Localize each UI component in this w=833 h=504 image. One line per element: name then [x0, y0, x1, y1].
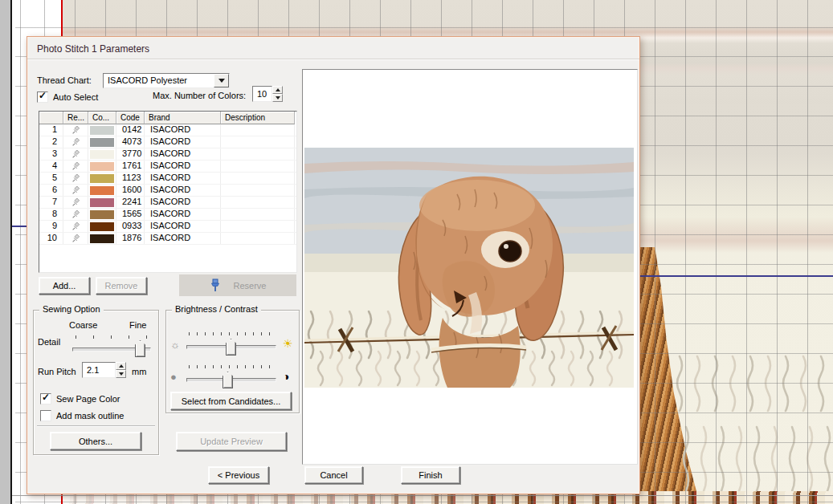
sew-page-color-checkbox[interactable]: Sew Page Color [40, 393, 120, 404]
color-swatch [90, 234, 114, 243]
update-preview-button[interactable]: Update Preview [176, 432, 287, 451]
separator [37, 425, 155, 426]
thread-chart-value: ISACORD Polyester [104, 74, 214, 87]
canvas-edge-line [10, 0, 12, 504]
thread-table-header: Re...Co...CodeBrandDescription [39, 112, 296, 124]
spin-up-button[interactable] [272, 86, 283, 94]
color-swatch [90, 198, 114, 207]
pin-icon[interactable] [63, 173, 88, 184]
thread-chart-select[interactable]: ISACORD Polyester [103, 73, 230, 88]
pin-icon[interactable] [63, 185, 88, 196]
spin-down-button[interactable] [116, 370, 126, 378]
rabbit-eye [499, 241, 521, 262]
dialog-title: Photo Stitch 1 Parameters [37, 43, 149, 55]
add-button[interactable]: Add... [39, 277, 90, 295]
previous-button[interactable]: < Previous [208, 466, 269, 484]
blue-guide-line-right [639, 275, 833, 277]
high-contrast-icon: ◑ [283, 372, 289, 382]
cancel-button[interactable]: Cancel [304, 466, 363, 484]
auto-select-label: Auto Select [53, 92, 98, 102]
brightness-contrast-title: Brightness / Contrast [172, 304, 261, 314]
preview-pane [302, 69, 638, 465]
brightness-slider-thumb[interactable] [226, 339, 236, 356]
column-header[interactable]: Brand [145, 112, 221, 124]
detail-slider-thumb[interactable] [135, 340, 145, 357]
column-header[interactable]: Re... [63, 112, 88, 124]
thread-chart-label: Thread Chart: [37, 75, 92, 85]
table-row[interactable]: 81565ISACORD [39, 209, 296, 221]
table-row[interactable]: 33770ISACORD [39, 148, 296, 161]
select-from-candidates-button[interactable]: Select from Candidates... [170, 392, 292, 410]
color-swatch [90, 186, 114, 195]
photo-stitch-dialog: Photo Stitch 1 Parameters Thread Chart: … [27, 36, 640, 494]
spin-up-button[interactable] [116, 362, 126, 370]
add-mask-outline-label: Add mask outline [56, 411, 124, 421]
table-row[interactable]: 101876ISACORD [39, 233, 296, 245]
canvas-left-strip [0, 0, 10, 504]
pin-icon[interactable] [63, 161, 88, 172]
checkbox-icon[interactable] [37, 91, 48, 103]
dim-sun-icon: ☼ [170, 339, 180, 350]
column-header[interactable]: Code [116, 112, 145, 124]
color-swatch [90, 138, 114, 147]
auto-select-checkbox[interactable]: Auto Select [37, 91, 98, 103]
add-mask-outline-checkbox[interactable]: Add mask outline [40, 410, 124, 421]
max-colors-label: Max. Number of Colors: [153, 91, 246, 100]
pin-icon[interactable] [63, 209, 88, 220]
column-header[interactable] [39, 112, 63, 124]
reserve-label: Reserve [234, 281, 267, 291]
column-header[interactable]: Description [221, 112, 295, 124]
run-pitch-value[interactable]: 2.1 [82, 362, 116, 378]
spin-down-button[interactable] [272, 94, 283, 102]
run-pitch-label: Run Pitch [38, 367, 76, 376]
detail-slider-ticks [76, 335, 148, 339]
checkbox-icon[interactable] [40, 393, 51, 404]
run-pitch-spinner[interactable]: 2.1 [82, 362, 126, 378]
thread-color-table: Re...Co...CodeBrandDescription 10142ISAC… [39, 111, 297, 273]
checkbox-icon[interactable] [40, 410, 51, 421]
bright-sun-icon: ☀ [283, 339, 293, 349]
color-swatch [90, 222, 114, 231]
pin-icon[interactable] [63, 233, 88, 244]
pin-icon[interactable] [63, 136, 88, 148]
finish-button[interactable]: Finish [401, 466, 460, 484]
pushpin-icon [210, 278, 221, 292]
column-header[interactable]: Co... [88, 112, 116, 124]
pin-icon[interactable] [63, 124, 88, 136]
remove-button[interactable]: Remove [96, 277, 147, 295]
title-separator [27, 59, 639, 59]
thread-table-body: 10142ISACORD24073ISACORD33770ISACORD4176… [39, 124, 296, 245]
pin-icon[interactable] [63, 221, 88, 232]
max-colors-value[interactable]: 10 [252, 86, 272, 102]
coarse-label: Coarse [69, 320, 97, 330]
preview-image [304, 148, 634, 388]
pin-icon[interactable] [63, 148, 88, 160]
color-swatch [90, 210, 114, 219]
max-colors-spinner[interactable]: 10 [252, 86, 283, 102]
background-stitch-waves [675, 353, 833, 504]
fine-label: Fine [129, 320, 146, 330]
blue-guide-line-left [12, 226, 27, 227]
canvas-grid-line [12, 495, 833, 496]
table-row[interactable]: 24073ISACORD [39, 136, 296, 148]
color-swatch [90, 150, 114, 159]
brightness-contrast-group: Brightness / Contrast ☼ ☀ ● ◑ Select fro… [165, 310, 300, 413]
table-row[interactable]: 72241ISACORD [39, 197, 296, 209]
color-swatch [90, 174, 114, 183]
table-row[interactable]: 90933ISACORD [39, 221, 296, 233]
table-row[interactable]: 10142ISACORD [39, 124, 296, 136]
pin-icon[interactable] [63, 197, 88, 208]
contrast-slider-thumb[interactable] [223, 372, 233, 388]
low-contrast-icon: ● [170, 372, 177, 382]
contrast-slider-ticks [189, 365, 271, 368]
brightness-slider-ticks [189, 332, 271, 335]
sewing-option-title: Sewing Option [39, 304, 104, 314]
color-swatch [90, 162, 114, 171]
dropdown-arrow-icon[interactable] [214, 74, 229, 87]
table-row[interactable]: 41761ISACORD [39, 161, 296, 173]
table-row[interactable]: 61600ISACORD [39, 185, 296, 197]
others-button[interactable]: Others... [50, 432, 141, 450]
table-row[interactable]: 51123ISACORD [39, 173, 296, 185]
app-canvas: Photo Stitch 1 Parameters Thread Chart: … [0, 0, 833, 504]
reserve-button: Reserve [179, 274, 296, 296]
